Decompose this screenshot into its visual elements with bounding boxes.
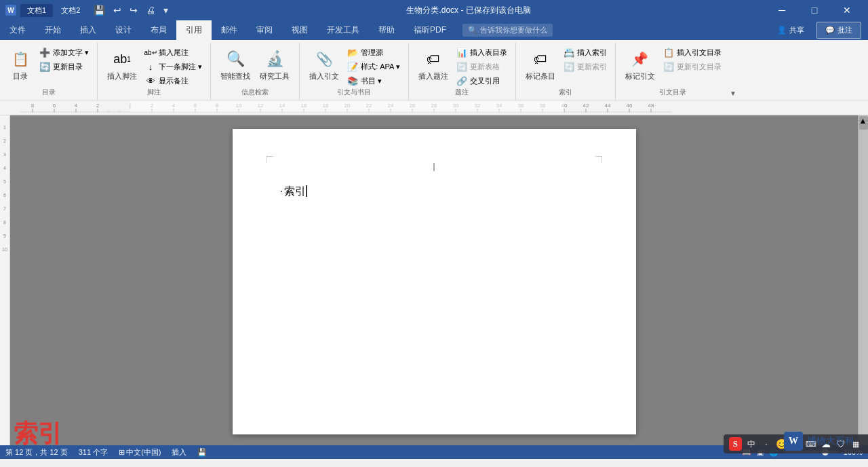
research-tools-button[interactable]: 🔬 研究工具 — [256, 45, 294, 84]
citation-sub: 📂 管理源 📝 样式: APA ▾ 📚 书目 ▾ — [344, 45, 403, 88]
insert-citation-label: 插入引文 — [309, 71, 339, 81]
vertical-ruler: 1 2 3 4 5 6 7 8 9 10 — [0, 115, 10, 445]
undo-icon[interactable]: ↩ — [111, 3, 124, 17]
mark-entry-icon: 🏷 — [530, 48, 551, 70]
comment-button[interactable]: 💬 批注 — [816, 22, 861, 39]
ribbon-tab-bar: 文件 开始 插入 设计 布局 引用 邮件 审阅 视图 开发工具 帮助 福昕PDF… — [0, 20, 868, 40]
more-icon[interactable]: ▾ — [161, 3, 171, 17]
show-notes-label: 显示备注 — [159, 76, 189, 86]
save-icon[interactable]: 💾 — [91, 3, 108, 17]
right-scrollbar[interactable]: ▲ — [858, 115, 868, 445]
next-footnote-button[interactable]: ↓ 下一条脚注 ▾ — [142, 60, 205, 73]
cursor-line — [433, 163, 435, 171]
tab-foxit[interactable]: 福昕PDF — [404, 20, 456, 40]
doc-paragraph[interactable]: ·索引 — [280, 183, 589, 200]
badge-text: 博物大百科 — [807, 435, 854, 447]
tab-references[interactable]: 引用 — [176, 20, 212, 40]
ruler-scale: 8 6 4 2 | 2 4 6 8 10 — [20, 100, 868, 115]
ruler-svg: 8 6 4 2 | 2 4 6 8 10 — [20, 100, 671, 115]
tab-insert[interactable]: 插入 — [71, 20, 106, 40]
insert-toa-button[interactable]: 📋 插入引文目录 — [660, 45, 724, 59]
update-toa-button[interactable]: 🔄 更新引文目录 — [660, 60, 724, 73]
group-toc: 📋 目录 ➕ 添加文字 ▾ 🔄 更新目录 目录 — [0, 43, 98, 100]
redo-icon[interactable]: ↪ — [127, 3, 140, 17]
group-research-items: 🔍 智能查找 🔬 研究工具 — [216, 45, 294, 88]
show-notes-icon: 👁 — [145, 75, 156, 86]
update-toc-button[interactable]: 🔄 更新目录 — [37, 60, 92, 73]
tab-help[interactable]: 帮助 — [369, 20, 404, 40]
svg-text:7: 7 — [3, 206, 6, 211]
print-icon[interactable]: 🖨 — [143, 3, 158, 17]
scrollbar-up[interactable]: ▲ — [859, 116, 868, 130]
svg-text:3: 3 — [3, 152, 6, 157]
insert-table-figs-label: 插入表目录 — [470, 48, 507, 58]
mark-citation-button[interactable]: 📌 标记引文 — [621, 45, 659, 84]
maximize-button[interactable]: □ — [799, 0, 830, 20]
insert-citation-button[interactable]: 📎 插入引文 — [305, 45, 343, 84]
group-toa-items: 📌 标记引文 📋 插入引文目录 🔄 更新引文目录 — [621, 45, 724, 88]
insert-table-of-figs-button[interactable]: 📊 插入表目录 — [454, 45, 510, 59]
svg-text:5: 5 — [3, 179, 6, 184]
smart-search-button[interactable]: 🔍 智能查找 — [216, 45, 254, 84]
group-caption: 🏷 插入题注 📊 插入表目录 🔄 更新表格 🔗 交叉引用 — [409, 43, 516, 100]
tab-layout[interactable]: 布局 — [141, 20, 176, 40]
bottom-right-badge: W 博物大百科 — [784, 432, 854, 451]
insert-footnote-button[interactable]: ab1 插入脚注 — [103, 45, 141, 84]
ribbon-expand[interactable]: ▼ — [730, 43, 739, 100]
close-button[interactable]: ✕ — [831, 0, 863, 20]
insert-index-button[interactable]: 📇 插入索引 — [561, 45, 610, 59]
title-bar-tabs: 文档1 文档2 — [20, 4, 87, 17]
tab-design[interactable]: 设计 — [106, 20, 141, 40]
update-table-button[interactable]: 🔄 更新表格 — [454, 60, 510, 73]
sogou-icon[interactable]: S — [729, 437, 742, 451]
tab-mail[interactable]: 邮件 — [212, 20, 247, 40]
insert-endnote-button[interactable]: ab↵ 插入尾注 — [142, 45, 205, 59]
document-content[interactable]: ·索引 — [280, 183, 589, 200]
manage-sources-button[interactable]: 📂 管理源 — [344, 45, 403, 59]
svg-text:48: 48 — [648, 102, 654, 109]
title-tab-2[interactable]: 文档2 — [54, 4, 87, 17]
ribbon-search[interactable]: 🔍 告诉我你想要做什么 — [462, 24, 553, 37]
tab-home[interactable]: 开始 — [35, 20, 71, 40]
svg-text:1: 1 — [3, 125, 6, 130]
bibliography-button[interactable]: 📚 书目 ▾ — [344, 74, 403, 88]
ime-chinese-icon[interactable]: 中 — [745, 437, 758, 451]
tab-developer[interactable]: 开发工具 — [317, 20, 369, 40]
toc-button[interactable]: 📋 目录 — [5, 45, 35, 84]
toc-sub-buttons: ➕ 添加文字 ▾ 🔄 更新目录 — [37, 45, 92, 73]
expand-icon[interactable]: ▼ — [730, 90, 736, 97]
index-sub: 📇 插入索引 🔄 更新索引 — [561, 45, 610, 73]
mark-entry-label: 标记条目 — [526, 71, 555, 81]
word-count: 311 个字 — [79, 447, 108, 457]
ime-dot-icon[interactable]: · — [760, 437, 773, 451]
update-table-icon: 🔄 — [456, 61, 467, 72]
show-notes-button[interactable]: 👁 显示备注 — [142, 74, 205, 88]
corner-marker-tr — [595, 156, 602, 163]
tab-file[interactable]: 文件 — [0, 20, 35, 40]
search-icon: 🔍 — [468, 26, 477, 35]
title-tab-1[interactable]: 文档1 — [20, 4, 53, 17]
svg-text:6: 6 — [3, 193, 6, 198]
share-button[interactable]: 👤 共享 — [769, 22, 812, 38]
w-letter: W — [789, 436, 798, 447]
add-text-button[interactable]: ➕ 添加文字 ▾ — [37, 45, 92, 59]
doc-main-text: 索引 — [284, 185, 306, 197]
tab-review[interactable]: 审阅 — [247, 20, 282, 40]
smart-search-label: 智能查找 — [220, 71, 250, 81]
minimize-button[interactable]: ─ — [766, 0, 797, 20]
tab-view[interactable]: 视图 — [282, 20, 317, 40]
update-index-button[interactable]: 🔄 更新索引 — [561, 60, 610, 73]
footnote-icon: ab1 — [111, 48, 133, 70]
insert-toa-label: 插入引文目录 — [677, 48, 722, 58]
svg-text:10: 10 — [2, 247, 7, 252]
insert-caption-button[interactable]: 🏷 插入题注 — [414, 45, 452, 84]
mark-entry-button[interactable]: 🏷 标记条目 — [521, 45, 559, 84]
document-area[interactable]: ·索引 — [10, 115, 858, 445]
next-footnote-icon: ↓ — [145, 61, 156, 72]
doc-page: ·索引 — [233, 129, 636, 434]
ribbon: 文件 开始 插入 设计 布局 引用 邮件 审阅 视图 开发工具 帮助 福昕PDF… — [0, 20, 868, 100]
update-toa-icon: 🔄 — [663, 61, 674, 72]
footnote-sub: ab↵ 插入尾注 ↓ 下一条脚注 ▾ 👁 显示备注 — [142, 45, 205, 88]
cross-ref-button[interactable]: 🔗 交叉引用 — [454, 74, 510, 88]
style-button[interactable]: 📝 样式: APA ▾ — [344, 60, 403, 73]
